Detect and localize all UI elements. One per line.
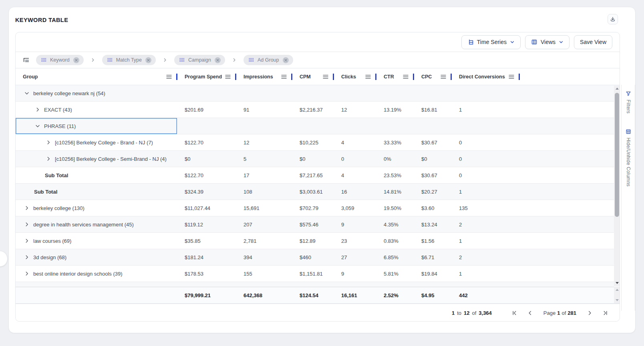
group-chip-keyword[interactable]: Keyword [36,55,84,65]
group-cell[interactable]: berkeley college (130) [16,200,177,216]
views-button[interactable]: Views [525,35,570,49]
cell-direct-conversions: 1 [451,271,519,277]
column-header-cpm: CPM [292,68,334,85]
scroll-down-icon[interactable] [614,280,620,286]
save-view-button[interactable]: Save View [574,35,612,49]
remove-chip-icon[interactable] [283,57,289,63]
grid-total-row: $79,999.21642,368$124.5416,1612.52%$4.95… [16,287,620,304]
group-cell[interactable]: best online interior design schools (39) [16,266,177,282]
column-header-label: Direct Conversions [459,74,505,80]
column-menu-icon[interactable] [509,74,514,79]
pinned-row-scrollbar[interactable] [614,287,620,303]
side-rail: Filters Hide/Unhide Columns [621,85,635,311]
chevron-right-icon[interactable] [24,238,30,244]
total-cell-impressions: 642,368 [236,292,292,298]
column-header-group: Group [16,68,177,85]
column-header-label: Impressions [244,74,273,80]
chevron-right-icon[interactable] [35,107,40,112]
cell-cpm: $2,216.37 [292,107,334,113]
next-page-icon[interactable] [587,310,593,316]
group-label: best online interior design schools (39) [33,271,123,277]
cell-direct-conversions: 1 [451,189,519,195]
column-menu-icon[interactable] [225,74,231,79]
chevron-right-icon[interactable] [24,205,30,211]
save-view-label: Save View [580,39,606,45]
chevron-right-icon[interactable] [24,254,30,260]
cell-cpm: $10,225 [292,140,334,146]
group-cell[interactable]: Sub Total [16,167,177,183]
cell-cpm: $1,151.81 [292,271,334,277]
cell-direct-conversions: 1 [451,238,519,244]
group-cell[interactable]: [c10256] Berkeley College - Semi-Brand -… [16,151,177,167]
chevron-down-icon[interactable] [35,123,40,129]
remove-chip-icon[interactable] [215,57,221,63]
total-cell-cpm: $124.54 [292,292,334,298]
group-cell[interactable]: law courses (69) [16,233,177,249]
cell-ctr: 14.81% [376,189,414,195]
column-header-clicks: Clicks [334,68,376,85]
cell-direct-conversions: 0 [451,140,519,146]
scrollbar-thumb[interactable] [615,93,619,217]
last-page-icon[interactable] [602,310,608,316]
column-resize-handle[interactable] [519,74,520,80]
table-row: EXACT (43)$201.6991$2,216.371213.19%$16.… [16,102,620,118]
column-menu-icon[interactable] [323,74,328,79]
left-drawer-handle[interactable] [0,251,7,266]
filters-tool-button[interactable]: Filters [626,91,631,114]
chevron-right-icon[interactable] [24,271,30,276]
prev-page-icon[interactable] [527,310,533,316]
first-page-icon[interactable] [511,310,517,316]
group-cell[interactable]: Sub Total [16,184,177,200]
chevron-right-icon[interactable] [46,140,51,145]
table-row: berkeley college (130)$11,027.4415,691$7… [16,200,620,216]
pagination-bar: 1to12of3,364 Page 1 of 281 [16,304,620,322]
chevron-down-icon[interactable] [24,90,30,96]
vertical-scrollbar[interactable] [614,86,620,286]
scroll-up-icon[interactable] [614,86,620,92]
group-cell[interactable]: PHRASE (11) [16,118,177,134]
remove-chip-icon[interactable] [145,57,151,63]
download-button[interactable] [608,14,618,24]
table-row: Sub Total$122.7017$7,217.65423.53%$30.67… [16,167,620,184]
chevron-right-icon[interactable] [46,156,51,162]
group-cell[interactable]: degree in health services management (45… [16,216,177,232]
cell-cpc: $0 [414,156,451,162]
chip-separator-icon [91,58,95,62]
group-cell[interactable]: berkeley college newark nj (54) [16,85,177,101]
column-menu-icon[interactable] [281,74,287,79]
cell-impressions: 12 [236,140,292,146]
cell-impressions: 155 [236,271,292,277]
cell-clicks: 16 [334,189,376,195]
group-cell[interactable]: EXACT (43) [16,102,177,118]
cell-program-spend: $35.85 [177,238,236,244]
hide-unhide-columns-label: Hide/Unhide Columns [626,138,631,186]
cell-cpc: $19.84 [414,271,451,277]
remove-chip-icon[interactable] [73,57,79,63]
time-series-button[interactable]: Time Series [461,35,521,49]
group-cell[interactable]: 3d design (68) [16,249,177,265]
cell-ctr: 19.50% [376,205,414,211]
scroll-down-icon[interactable] [614,297,620,303]
grouping-chips-row: KeywordMatch TypeCampaignAd Group [16,52,620,68]
views-columns-icon [531,39,537,45]
page-indicator: Page 1 of 281 [543,310,576,316]
column-menu-icon[interactable] [365,74,371,79]
cell-cpc: $1.56 [414,238,451,244]
chip-label: Keyword [50,57,70,63]
hide-unhide-columns-button[interactable]: Hide/Unhide Columns [626,129,631,186]
scroll-up-icon[interactable] [614,287,620,293]
row-range-summary: 1to12of3,364 [451,310,493,316]
column-menu-icon[interactable] [166,74,172,79]
chevron-right-icon[interactable] [24,222,30,227]
table-row: [c10256] Berkeley College - Semi-Brand -… [16,151,620,167]
group-chip-campaign[interactable]: Campaign [174,55,225,65]
cell-impressions: 2,781 [236,238,292,244]
group-label: degree in health services management (45… [33,222,134,228]
group-cell[interactable]: [c10256] Berkeley College - Brand - NJ (… [16,134,177,150]
column-menu-icon[interactable] [441,74,446,79]
time-series-label: Time Series [477,39,507,45]
group-chip-ad-group[interactable]: Ad Group [244,55,293,65]
cell-direct-conversions: 135 [451,205,519,211]
column-menu-icon[interactable] [403,74,409,79]
group-chip-match-type[interactable]: Match Type [102,55,156,65]
